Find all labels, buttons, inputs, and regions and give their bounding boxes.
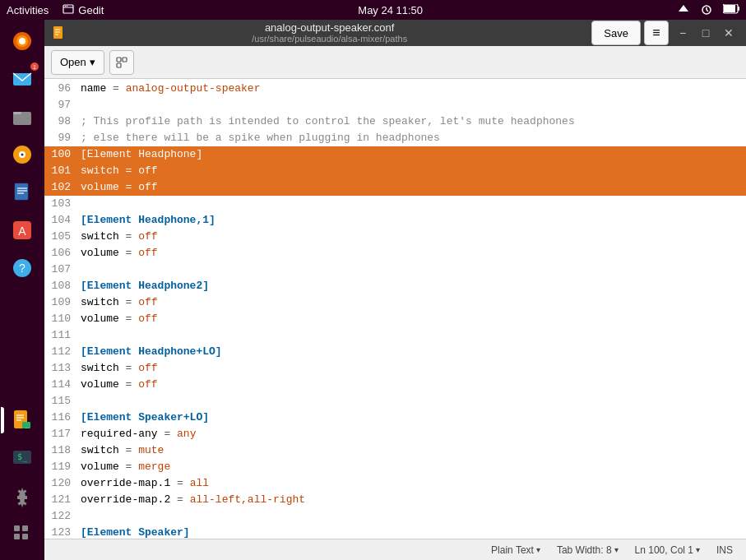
line-content: required-any = any bbox=[77, 426, 746, 442]
table-row: 112[Element Headphone+LO] bbox=[44, 344, 746, 360]
ins-label: INS bbox=[716, 544, 733, 556]
table-row: 105switch = off bbox=[44, 229, 746, 245]
new-tab-button[interactable] bbox=[109, 50, 134, 75]
table-row: 121override-map.2 = all-left,all-right bbox=[44, 492, 746, 508]
toolbar: Open ▾ bbox=[44, 46, 746, 79]
sidebar-item-terminal[interactable]: $_ bbox=[4, 440, 40, 476]
table-row: 109switch = off bbox=[44, 294, 746, 311]
window-filepath: /usr/share/pulseaudio/alsa-mixer/paths bbox=[71, 34, 588, 44]
main-window: analog-output-speaker.conf /usr/share/pu… bbox=[44, 20, 746, 560]
tab-width-chevron-icon: ▾ bbox=[614, 545, 619, 554]
table-row: 108[Element Headphone2] bbox=[44, 278, 746, 294]
open-button[interactable]: Open ▾ bbox=[51, 50, 104, 75]
line-content: [Element Headphone+LO] bbox=[77, 344, 746, 360]
system-bar: Activities Gedit May 24 11:50 bbox=[0, 0, 746, 20]
line-number: 108 bbox=[44, 278, 77, 294]
svg-text:?: ? bbox=[19, 261, 25, 275]
table-row: 122 bbox=[44, 508, 746, 525]
table-row: 118switch = mute bbox=[44, 442, 746, 459]
sidebar-item-files[interactable] bbox=[4, 99, 40, 135]
sidebar-item-music[interactable] bbox=[4, 137, 40, 173]
tab-width-label: Tab Width: 8 bbox=[557, 544, 612, 556]
save-button[interactable]: Save bbox=[591, 21, 641, 45]
table-row: 115 bbox=[44, 393, 746, 410]
line-number: 112 bbox=[44, 344, 77, 360]
svg-rect-38 bbox=[14, 525, 20, 531]
sidebar-item-appgrid[interactable] bbox=[4, 516, 40, 552]
sidebar-item-gedit[interactable]: _ bbox=[4, 402, 40, 438]
svg-rect-40 bbox=[14, 534, 20, 539]
line-number: 96 bbox=[44, 81, 77, 97]
table-row: 102volume = off bbox=[44, 179, 746, 196]
app-icon bbox=[51, 25, 67, 41]
line-number: 101 bbox=[44, 163, 77, 179]
svg-rect-39 bbox=[22, 525, 28, 531]
table-row: 119volume = merge bbox=[44, 459, 746, 475]
svg-text:$_: $_ bbox=[17, 452, 28, 462]
activities-button[interactable]: Activities bbox=[7, 4, 49, 16]
code-content[interactable]: 96name = analog-output-speaker9798; This… bbox=[44, 79, 746, 539]
line-number: 115 bbox=[44, 393, 77, 410]
svg-point-2 bbox=[65, 6, 66, 7]
line-number: 116 bbox=[44, 410, 77, 426]
insert-mode: INS bbox=[711, 543, 738, 558]
line-content: switch = off bbox=[77, 163, 746, 179]
sidebar-item-settings[interactable] bbox=[4, 478, 40, 514]
table-row: 117required-any = any bbox=[44, 426, 746, 442]
line-number: 123 bbox=[44, 525, 77, 539]
file-type-selector[interactable]: Plain Text ▾ bbox=[486, 543, 545, 558]
status-bar: Plain Text ▾ Tab Width: 8 ▾ Ln 100, Col … bbox=[44, 539, 746, 560]
cursor-position[interactable]: Ln 100, Col 1 ▾ bbox=[630, 543, 705, 558]
line-number: 113 bbox=[44, 360, 77, 377]
line-content: ; This profile path is intended to contr… bbox=[77, 113, 746, 130]
line-content bbox=[77, 393, 746, 410]
gedit-app-menu[interactable]: Gedit bbox=[62, 3, 104, 16]
cursor-pos-chevron-icon: ▾ bbox=[696, 545, 700, 554]
line-number: 118 bbox=[44, 442, 77, 459]
svg-point-13 bbox=[19, 38, 25, 44]
file-type-label: Plain Text bbox=[491, 544, 534, 556]
sidebar-item-writer[interactable] bbox=[4, 174, 40, 211]
table-row: 106volume = off bbox=[44, 245, 746, 261]
svg-rect-10 bbox=[738, 7, 739, 11]
line-number: 103 bbox=[44, 196, 77, 212]
line-content bbox=[77, 327, 746, 344]
line-content bbox=[77, 508, 746, 525]
svg-point-19 bbox=[21, 154, 24, 156]
table-row: 113switch = off bbox=[44, 360, 746, 377]
app-menu-button[interactable]: ≡ bbox=[644, 21, 669, 45]
table-row: 110volume = off bbox=[44, 311, 746, 327]
svg-line-7 bbox=[707, 10, 708, 12]
table-row: 116[Element Speaker+LO] bbox=[44, 410, 746, 426]
sidebar-item-email[interactable]: 1 bbox=[4, 61, 40, 97]
sidebar-item-help[interactable]: ? bbox=[4, 250, 40, 286]
sidebar-item-appstore[interactable]: A bbox=[4, 212, 40, 248]
svg-rect-41 bbox=[22, 534, 28, 539]
line-content: volume = off bbox=[77, 311, 746, 327]
line-number: 122 bbox=[44, 508, 77, 525]
line-content: override-map.1 = all bbox=[77, 475, 746, 492]
line-number: 114 bbox=[44, 377, 77, 393]
table-row: 99; else there will be a spike when plug… bbox=[44, 130, 746, 146]
app-sidebar: 1 A ? _ $_ bbox=[0, 20, 44, 560]
line-content: volume = off bbox=[77, 245, 746, 261]
line-content: volume = merge bbox=[77, 459, 746, 475]
tab-width-selector[interactable]: Tab Width: 8 ▾ bbox=[552, 543, 623, 558]
maximize-button[interactable]: □ bbox=[695, 22, 716, 44]
line-number: 109 bbox=[44, 294, 77, 311]
line-number: 105 bbox=[44, 229, 77, 245]
line-content: switch = off bbox=[77, 229, 746, 245]
code-editor[interactable]: 96name = analog-output-speaker9798; This… bbox=[44, 79, 746, 539]
close-button[interactable]: ✕ bbox=[718, 22, 739, 44]
open-chevron-icon: ▾ bbox=[90, 56, 95, 68]
table-row: 96name = analog-output-speaker bbox=[44, 81, 746, 97]
line-number: 100 bbox=[44, 146, 77, 163]
line-number: 117 bbox=[44, 426, 77, 442]
line-content: [Element Speaker+LO] bbox=[77, 410, 746, 426]
system-clock: May 24 11:50 bbox=[104, 4, 677, 16]
window-title: analog-output-speaker.conf /usr/share/pu… bbox=[71, 21, 588, 45]
minimize-button[interactable]: − bbox=[672, 22, 693, 44]
line-content: ; else there will be a spike when pluggi… bbox=[77, 130, 746, 146]
line-number: 110 bbox=[44, 311, 77, 327]
sidebar-item-firefox[interactable] bbox=[4, 23, 40, 59]
